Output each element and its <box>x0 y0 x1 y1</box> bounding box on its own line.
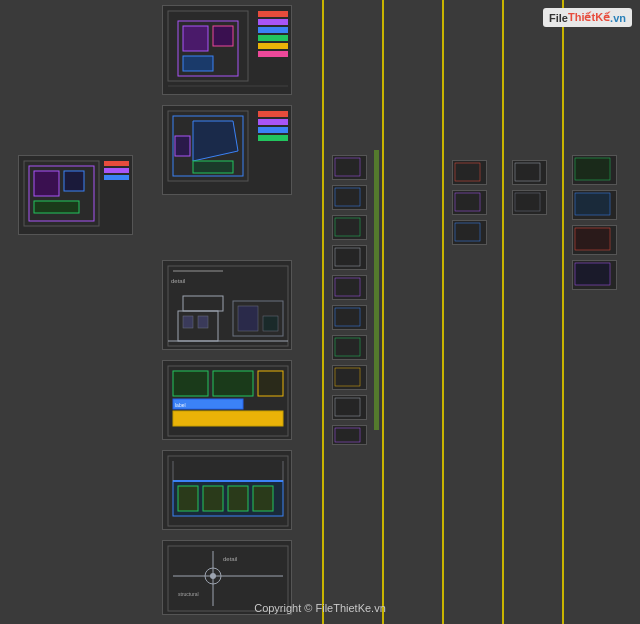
svg-rect-103 <box>575 193 610 215</box>
svg-rect-94 <box>453 221 487 245</box>
vertical-line-1 <box>322 0 324 624</box>
svg-rect-58 <box>253 486 273 511</box>
small-thumb-col1-1[interactable] <box>332 155 367 180</box>
svg-rect-22 <box>258 135 288 141</box>
svg-rect-17 <box>175 136 190 156</box>
svg-rect-11 <box>258 51 288 57</box>
small-thumb-col1-10[interactable] <box>332 425 367 445</box>
svg-rect-4 <box>213 26 233 46</box>
svg-rect-86 <box>333 396 367 420</box>
svg-rect-19 <box>258 111 288 117</box>
vertical-line-4 <box>502 0 504 624</box>
drawing-thumb-4[interactable]: detail <box>162 260 292 350</box>
svg-rect-10 <box>258 43 288 49</box>
svg-rect-49 <box>173 411 283 426</box>
small-thumb-col1-7[interactable] <box>332 335 367 360</box>
drawing-svg-2 <box>163 106 292 195</box>
svg-rect-36 <box>198 316 208 328</box>
green-bar <box>374 150 379 430</box>
svg-rect-40 <box>238 306 258 331</box>
svg-rect-48 <box>258 371 283 396</box>
svg-rect-72 <box>333 186 367 210</box>
svg-rect-30 <box>104 168 129 173</box>
vertical-line-2 <box>382 0 384 624</box>
background <box>0 0 640 624</box>
svg-rect-41 <box>263 316 278 331</box>
drawing-thumb-5[interactable]: label <box>162 360 292 440</box>
small-thumb-col4-1[interactable] <box>572 155 617 185</box>
svg-rect-74 <box>333 216 367 240</box>
copyright-text: Copyright © FileThietKe.vn <box>254 602 386 614</box>
small-thumb-col1-3[interactable] <box>332 215 367 240</box>
small-thumb-col2-2[interactable] <box>452 190 487 215</box>
drawing-thumb-6[interactable] <box>162 450 292 530</box>
svg-rect-90 <box>453 161 487 185</box>
svg-rect-29 <box>104 161 129 166</box>
small-thumb-col4-4[interactable] <box>572 260 617 290</box>
vertical-line-5 <box>562 0 564 624</box>
small-thumb-col1-9[interactable] <box>332 395 367 420</box>
svg-rect-47 <box>213 371 253 396</box>
drawing-svg-5: label <box>163 361 292 440</box>
drawing-svg-3 <box>19 156 133 235</box>
vertical-line-3 <box>442 0 444 624</box>
small-thumb-col1-5[interactable] <box>332 275 367 300</box>
svg-rect-5 <box>183 56 213 71</box>
svg-rect-80 <box>333 306 367 330</box>
svg-rect-92 <box>453 191 487 215</box>
svg-text:label: label <box>175 402 186 408</box>
drawing-svg-1 <box>163 6 292 95</box>
small-thumb-col4-2[interactable] <box>572 190 617 220</box>
svg-rect-56 <box>203 486 223 511</box>
svg-text:structural: structural <box>178 591 199 597</box>
small-thumb-col2-3[interactable] <box>452 220 487 245</box>
svg-rect-21 <box>258 127 288 133</box>
svg-rect-98 <box>513 191 547 215</box>
small-thumb-col1-2[interactable] <box>332 185 367 210</box>
svg-text:detail: detail <box>223 556 237 562</box>
svg-rect-76 <box>333 246 367 270</box>
svg-rect-55 <box>178 486 198 511</box>
svg-rect-26 <box>34 171 59 196</box>
svg-rect-8 <box>258 27 288 33</box>
svg-rect-18 <box>193 161 233 173</box>
svg-rect-9 <box>258 35 288 41</box>
logo-vn: .vn <box>610 12 626 24</box>
logo: File Thiết Kế .vn <box>543 8 632 27</box>
svg-text:detail: detail <box>171 278 185 284</box>
svg-rect-27 <box>64 171 84 191</box>
svg-rect-107 <box>575 263 610 285</box>
drawing-thumb-1[interactable] <box>162 5 292 95</box>
small-thumb-col1-6[interactable] <box>332 305 367 330</box>
svg-rect-46 <box>173 371 208 396</box>
logo-thiet: Thiết <box>568 11 595 24</box>
svg-rect-78 <box>333 276 367 300</box>
svg-rect-7 <box>258 19 288 25</box>
drawing-thumb-3[interactable] <box>18 155 133 235</box>
logo-ke: Kế <box>595 11 610 24</box>
small-thumb-col2-1[interactable] <box>452 160 487 185</box>
svg-rect-20 <box>258 119 288 125</box>
svg-rect-31 <box>104 175 129 180</box>
svg-rect-35 <box>183 316 193 328</box>
small-thumb-col4-3[interactable] <box>572 225 617 255</box>
small-thumb-col1-4[interactable] <box>332 245 367 270</box>
svg-rect-82 <box>333 336 367 360</box>
svg-rect-101 <box>575 158 610 180</box>
svg-rect-105 <box>575 228 610 250</box>
svg-rect-70 <box>333 156 367 180</box>
drawing-thumb-2[interactable] <box>162 105 292 195</box>
svg-point-67 <box>210 573 216 579</box>
small-thumb-col3-2[interactable] <box>512 190 547 215</box>
svg-rect-3 <box>183 26 208 51</box>
svg-rect-96 <box>513 161 547 185</box>
svg-rect-57 <box>228 486 248 511</box>
svg-rect-6 <box>258 11 288 17</box>
drawing-svg-6 <box>163 451 292 530</box>
svg-rect-28 <box>34 201 79 213</box>
small-thumb-col1-8[interactable] <box>332 365 367 390</box>
logo-file: File <box>549 12 568 24</box>
svg-rect-32 <box>163 261 292 350</box>
svg-rect-84 <box>333 366 367 390</box>
small-thumb-col3-1[interactable] <box>512 160 547 185</box>
